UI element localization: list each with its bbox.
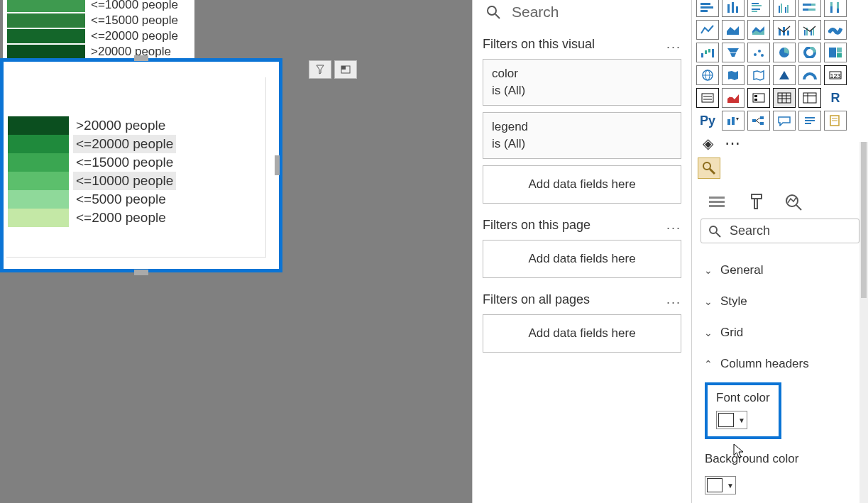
viz-type-stacked-area-icon[interactable] xyxy=(747,20,770,40)
viz-type-key-influencers-icon[interactable] xyxy=(722,111,745,131)
viz-type-python-icon[interactable]: Py xyxy=(696,111,719,131)
svg-rect-14 xyxy=(779,6,780,13)
filter-summary: is (All) xyxy=(492,82,672,99)
viz-type-qna-icon[interactable] xyxy=(773,111,796,131)
viz-type-line-clustered-column-icon[interactable] xyxy=(798,20,821,40)
legend-label: <=10000 people xyxy=(91,0,178,13)
add-data-fields-dropzone[interactable]: Add data fields here xyxy=(483,240,681,278)
viz-type-kpi-icon[interactable]: ▲ xyxy=(722,88,745,108)
svg-marker-26 xyxy=(727,26,739,35)
viz-type-clustered-column-icon[interactable] xyxy=(773,0,796,17)
viz-type-scatter-icon[interactable] xyxy=(747,43,770,62)
viz-type-card-icon[interactable]: 123 xyxy=(824,65,847,85)
viz-type-get-more-visuals-icon[interactable]: ◈ xyxy=(696,133,719,153)
selected-visual[interactable]: >20000 people <=20000 people <=15000 peo… xyxy=(0,58,282,272)
search-icon xyxy=(708,225,721,238)
viz-type-100stacked-column-icon[interactable] xyxy=(824,0,847,17)
section-more-icon[interactable]: ... xyxy=(666,218,681,233)
viz-type-table-icon[interactable] xyxy=(773,88,796,108)
legend-swatch xyxy=(7,13,85,28)
svg-text:123: 123 xyxy=(830,72,840,79)
visual-header-focus-icon[interactable] xyxy=(334,60,357,79)
viz-type-line-stacked-column-icon[interactable] xyxy=(773,20,796,40)
svg-line-3 xyxy=(495,14,500,18)
viz-type-multirow-card-icon[interactable] xyxy=(696,88,719,108)
filter-field-name: legend xyxy=(492,118,672,136)
viz-type-funnel-icon[interactable] xyxy=(722,43,745,62)
viz-gallery-more-icon[interactable]: ⋯ xyxy=(722,133,745,153)
viz-type-donut-icon[interactable] xyxy=(798,43,821,62)
viz-type-gauge-icon[interactable] xyxy=(798,65,821,85)
filters-section-visual-title: Filters on this visual xyxy=(483,37,595,52)
viz-type-clustered-bar-icon[interactable] xyxy=(747,0,770,17)
svg-rect-12 xyxy=(752,9,760,10)
legend-row: <=10000 people xyxy=(7,0,190,13)
viz-type-ribbon-icon[interactable] xyxy=(824,20,847,40)
color-swatch xyxy=(707,478,723,492)
fields-tab-icon[interactable] xyxy=(706,192,727,213)
svg-rect-47 xyxy=(829,48,836,57)
svg-rect-15 xyxy=(781,4,782,13)
viz-type-waterfall-icon[interactable] xyxy=(696,43,719,62)
svg-rect-10 xyxy=(752,3,759,4)
format-search[interactable]: Search xyxy=(701,219,859,243)
viz-type-area-icon[interactable] xyxy=(722,20,745,40)
svg-rect-36 xyxy=(701,53,703,57)
add-data-fields-dropzone[interactable]: Add data fields here xyxy=(483,165,681,204)
viz-type-stacked-column-icon[interactable] xyxy=(722,0,745,17)
resize-handle-bottom[interactable] xyxy=(134,270,148,275)
viz-type-filled-map-icon[interactable] xyxy=(722,65,745,85)
viz-type-pie-icon[interactable] xyxy=(773,43,796,62)
svg-rect-4 xyxy=(701,3,710,5)
viz-type-azure-map-icon[interactable] xyxy=(773,65,796,85)
accordion-style[interactable]: ⌄ Style xyxy=(701,286,859,317)
svg-marker-40 xyxy=(727,48,739,52)
analytics-tab-icon[interactable] xyxy=(783,192,804,213)
viz-type-slicer-icon[interactable] xyxy=(747,88,770,108)
viz-type-treemap-icon[interactable] xyxy=(824,43,847,62)
svg-rect-87 xyxy=(709,197,725,199)
accordion-general[interactable]: ⌄ General xyxy=(701,255,859,286)
accordion-column-headers[interactable]: ⌃ Column headers xyxy=(701,348,859,380)
accordion-grid[interactable]: ⌄ Grid xyxy=(701,317,859,348)
filters-search[interactable]: Search xyxy=(483,0,681,24)
filter-card[interactable]: color is (All) xyxy=(483,59,681,106)
resize-handle-right[interactable] xyxy=(275,155,280,175)
viz-type-decomposition-tree-icon[interactable] xyxy=(747,111,770,131)
section-more-icon[interactable]: ... xyxy=(666,37,681,52)
viz-type-stacked-bar-icon[interactable] xyxy=(696,0,719,17)
legend-visual-partial: <=10000 people <=15000 people <=20000 pe… xyxy=(3,0,194,62)
font-color-picker[interactable]: ▼ xyxy=(716,411,747,429)
pane-scrollbar[interactable] xyxy=(859,142,868,503)
svg-rect-76 xyxy=(760,122,764,125)
table-row: >20000 people xyxy=(8,116,265,135)
resize-handle-top[interactable] xyxy=(134,55,148,61)
filter-card[interactable]: legend is (All) xyxy=(483,112,681,159)
visual-header-filter-icon[interactable] xyxy=(309,60,331,79)
table-row: <=20000 people xyxy=(8,135,265,153)
color-swatch xyxy=(8,190,69,209)
background-color-picker[interactable]: ▼ xyxy=(705,476,736,494)
filters-section-allpages-title: Filters on all pages xyxy=(483,292,590,307)
table-row: <=2000 people xyxy=(8,209,265,227)
add-data-fields-dropzone[interactable]: Add data fields here xyxy=(483,314,681,353)
svg-line-86 xyxy=(710,169,715,174)
cell-value: <=15000 people xyxy=(73,153,176,172)
cell-value: <=5000 people xyxy=(73,190,169,209)
viz-type-line-icon[interactable] xyxy=(696,20,719,40)
viz-type-map-icon[interactable] xyxy=(696,65,719,85)
viz-type-smart-narrative-icon[interactable] xyxy=(798,111,821,131)
report-canvas[interactable]: <=10000 people <=15000 people <=20000 pe… xyxy=(0,0,472,503)
custom-visual-icon[interactable] xyxy=(698,157,720,179)
accordion-label: General xyxy=(720,263,763,277)
viz-type-shape-map-icon[interactable] xyxy=(747,65,770,85)
viz-type-r-script-icon[interactable]: R xyxy=(824,88,847,108)
section-more-icon[interactable]: ... xyxy=(666,292,681,307)
viz-type-paginated-report-icon[interactable] xyxy=(824,111,847,131)
color-swatch xyxy=(8,172,69,190)
viz-type-100stacked-bar-icon[interactable] xyxy=(798,0,821,17)
scrollbar-thumb[interactable] xyxy=(861,142,867,298)
svg-text:▲: ▲ xyxy=(729,93,734,98)
format-tab-icon[interactable] xyxy=(745,192,766,213)
viz-type-matrix-icon[interactable] xyxy=(798,88,821,108)
